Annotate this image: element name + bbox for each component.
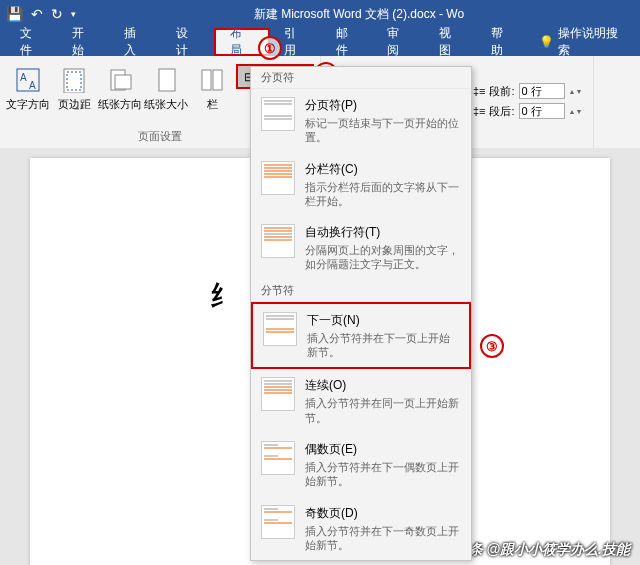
tab-insert[interactable]: 插入 [110, 28, 162, 56]
menu-page-break[interactable]: 分页符(P)标记一页结束与下一页开始的位置。 [251, 89, 471, 153]
continuous-desc: 插入分节符并在同一页上开始新节。 [305, 396, 461, 425]
space-after-icon: ‡≡ [473, 105, 486, 117]
document-title: 新建 Microsoft Word 文档 (2).docx - Wo [84, 6, 634, 23]
document-text: 纟 [210, 281, 236, 310]
svg-rect-3 [64, 69, 84, 93]
svg-rect-6 [115, 75, 131, 89]
page-break-title: 分页符(P) [305, 97, 461, 114]
svg-rect-8 [202, 70, 211, 90]
even-page-title: 偶数页(E) [305, 441, 461, 458]
columns-icon [196, 64, 228, 96]
odd-page-title: 奇数页(D) [305, 505, 461, 522]
orientation-button[interactable]: 纸张方向 [98, 60, 142, 129]
menu-column-break[interactable]: 分栏符(C)指示分栏符后面的文字将从下一栏开始。 [251, 153, 471, 217]
columns-label: 栏 [207, 98, 218, 110]
before-label: 段前: [489, 84, 514, 99]
orientation-label: 纸张方向 [98, 98, 142, 110]
menu-odd-page[interactable]: 奇数页(D)插入分节符并在下一奇数页上开始新节。 [251, 497, 471, 561]
size-icon [150, 64, 182, 96]
menu-continuous[interactable]: 连续(O)插入分节符并在同一页上开始新节。 [251, 369, 471, 433]
ribbon-tabs: 文件 开始 插入 设计 布局 引用 邮件 审阅 视图 帮助 💡 操作说明搜索 [0, 28, 640, 56]
margins-icon [58, 64, 90, 96]
space-before-input[interactable] [519, 83, 565, 99]
redo-icon[interactable]: ↻ [51, 6, 63, 22]
annotation-1: ① [258, 36, 282, 60]
orientation-icon [104, 64, 136, 96]
next-page-desc: 插入分节符并在下一页上开始新节。 [307, 331, 459, 360]
tab-view[interactable]: 视图 [425, 28, 477, 56]
space-after-input[interactable] [519, 103, 565, 119]
tell-me-label: 操作说明搜索 [558, 25, 630, 59]
tab-file[interactable]: 文件 [6, 28, 58, 56]
tab-review[interactable]: 审阅 [373, 28, 425, 56]
text-direction-label: 文字方向 [6, 98, 50, 110]
breaks-dropdown: 分页符 分页符(P)标记一页结束与下一页开始的位置。 分栏符(C)指示分栏符后面… [250, 66, 472, 561]
undo-icon[interactable]: ↶ [31, 6, 43, 22]
save-icon[interactable]: 💾 [6, 6, 23, 22]
odd-page-icon [261, 505, 295, 539]
space-before-icon: ‡≡ [473, 85, 486, 97]
column-break-icon [261, 161, 295, 195]
svg-rect-9 [213, 70, 222, 90]
quick-access-toolbar: 💾 ↶ ↻ ▾ [6, 6, 76, 22]
page-breaks-header: 分页符 [251, 67, 471, 89]
text-direction-button[interactable]: AA 文字方向 [6, 60, 50, 129]
margins-button[interactable]: 页边距 [52, 60, 96, 129]
lightbulb-icon: 💡 [539, 35, 554, 49]
columns-button[interactable]: 栏 [190, 60, 234, 129]
tab-mailings[interactable]: 邮件 [322, 28, 374, 56]
continuous-title: 连续(O) [305, 377, 461, 394]
column-break-desc: 指示分栏符后面的文字将从下一栏开始。 [305, 180, 461, 209]
tell-me[interactable]: 💡 操作说明搜索 [529, 28, 640, 56]
svg-rect-7 [159, 69, 175, 91]
size-label: 纸张大小 [144, 98, 188, 110]
next-page-icon [263, 312, 297, 346]
column-break-title: 分栏符(C) [305, 161, 461, 178]
margins-label: 页边距 [58, 98, 91, 110]
text-direction-icon: AA [12, 64, 44, 96]
even-page-desc: 插入分节符并在下一偶数页上开始新节。 [305, 460, 461, 489]
odd-page-desc: 插入分节符并在下一奇数页上开始新节。 [305, 524, 461, 553]
tab-home[interactable]: 开始 [58, 28, 110, 56]
title-bar: 💾 ↶ ↻ ▾ 新建 Microsoft Word 文档 (2).docx - … [0, 0, 640, 28]
section-breaks-header: 分节符 [251, 280, 471, 302]
svg-text:A: A [29, 80, 36, 91]
page-break-icon [261, 97, 295, 131]
tab-help[interactable]: 帮助 [477, 28, 529, 56]
text-wrap-desc: 分隔网页上的对象周围的文字，如分隔题注文字与正文。 [305, 243, 461, 272]
size-button[interactable]: 纸张大小 [144, 60, 188, 129]
annotation-3: ③ [480, 334, 504, 358]
menu-even-page[interactable]: 偶数页(E)插入分节符并在下一偶数页上开始新节。 [251, 433, 471, 497]
continuous-icon [261, 377, 295, 411]
watermark: 头条 @跟小小筱学办么.技能 [455, 541, 630, 559]
menu-text-wrap[interactable]: 自动换行符(T)分隔网页上的对象周围的文字，如分隔题注文字与正文。 [251, 216, 471, 280]
text-wrap-icon [261, 224, 295, 258]
after-label: 段后: [489, 104, 514, 119]
text-wrap-title: 自动换行符(T) [305, 224, 461, 241]
spin-icon[interactable]: ▲▼ [569, 108, 581, 115]
next-page-title: 下一页(N) [307, 312, 459, 329]
tab-design[interactable]: 设计 [162, 28, 214, 56]
qat-more-icon[interactable]: ▾ [71, 9, 76, 19]
svg-text:A: A [20, 72, 27, 83]
page-setup-group-label: 页面设置 [138, 129, 182, 146]
even-page-icon [261, 441, 295, 475]
page-break-desc: 标记一页结束与下一页开始的位置。 [305, 116, 461, 145]
menu-next-page[interactable]: 下一页(N)插入分节符并在下一页上开始新节。 [251, 302, 471, 370]
spin-icon[interactable]: ▲▼ [569, 88, 581, 95]
